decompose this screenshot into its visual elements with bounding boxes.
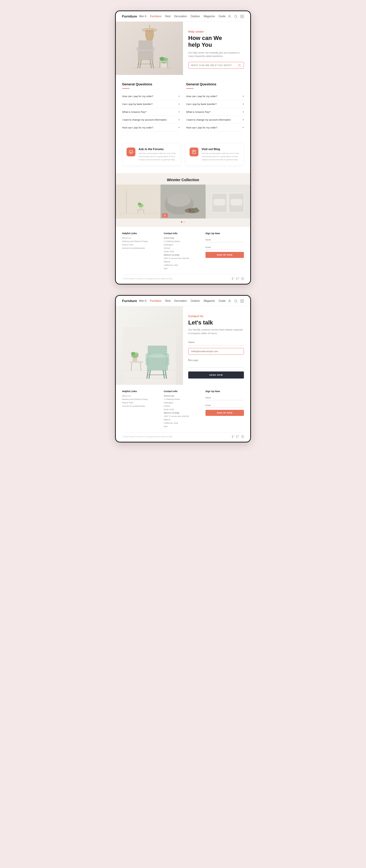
instagram-icon[interactable] [241,277,244,280]
svg-point-57 [234,300,236,302]
faq-left-item-1[interactable]: How can I pay for my order? + [122,92,180,100]
nav-p2-outdoor[interactable]: Outdoor [191,300,200,302]
faq-right-expand-icon-2[interactable]: + [242,103,244,105]
footer-p2-name-input[interactable] [205,396,244,400]
cart-icon-p2[interactable] [240,299,244,303]
faq-expand-icon-2[interactable]: + [178,103,180,105]
hero-desc: Our help center can instantly give you a… [188,51,244,58]
contact-email-input[interactable] [188,348,244,355]
nav-item-guide[interactable]: Guide [219,15,226,18]
footer-link-faq[interactable]: Help & FAQ [122,244,161,246]
card-forums[interactable]: Ask in the Forums Join the conversation … [122,143,181,166]
facebook-icon-p2[interactable] [231,435,234,438]
contact-name-input[interactable] [188,339,244,345]
carousel-dot-2[interactable] [184,221,185,223]
footer-p2-signup: Sign Up Now SIGN UP NOW [205,390,244,429]
faq-left-title: General Questions [122,82,180,86]
footer-p2-walnut-city: Walnut [164,418,202,421]
faq-left-item-4[interactable]: I want to change my account information … [122,116,180,124]
faq-left-item-3[interactable]: What is Amazon Pay? + [122,108,180,116]
card-forums-desc: Join the conversation with the rest of t… [139,152,176,161]
footer-contact-title: Contact Info [164,232,202,235]
footer-link-service[interactable]: Service for professionals [122,247,161,249]
faq-expand-icon-5[interactable]: + [178,126,180,129]
faq-right-item-4[interactable]: I want to change my account information … [186,116,244,124]
footer-link-about[interactable]: About Us [122,237,161,239]
footer-p2-link-about[interactable]: About Us [122,395,161,397]
carousel-dot-1[interactable] [181,221,182,223]
footer-name-input[interactable] [205,238,244,242]
search-icon[interactable] [234,14,237,18]
facebook-icon[interactable] [231,277,234,280]
contact-send-button[interactable]: SEND NOW [188,371,244,378]
contact-form: SEND NOW [188,339,244,378]
faq-right-item-5[interactable]: How can I pay for my order? + [186,124,244,131]
faq-right-item-2[interactable]: Can I pay by bank transfer? + [186,100,244,108]
footer-email-input[interactable] [205,245,244,250]
nav-p2-decoration[interactable]: Decoration [174,300,187,302]
faq-right-item-1[interactable]: How can I pay for my order? + [186,92,244,100]
faq-right-expand-icon-5[interactable]: + [242,126,244,129]
footer-p2-email-input[interactable] [205,403,244,408]
footer-p2-columns: Helpful Links About Us Delivery and Retu… [122,390,244,429]
svg-text:①: ① [164,214,166,217]
page2-device: Furniture Men It Furniture Rest Decorati… [115,295,251,442]
nav-item-magazine[interactable]: Magazine [204,15,215,18]
search-box[interactable] [188,62,244,69]
footer-p2-oxford-harlington: Harlington [164,402,202,404]
search-icon-p2[interactable] [234,299,237,303]
card-blog-title: Visit out Blog [202,148,240,151]
footer-p2-link-service[interactable]: Service for professionals [122,405,161,407]
nav-p2-menit[interactable]: Men It [139,300,146,302]
twitter-icon-p2[interactable] [236,435,239,438]
user-icon[interactable] [228,14,231,18]
faq-left-item-2[interactable]: Can I pay by bank transfer? + [122,100,180,108]
nav-p2-rest[interactable]: Rest [165,300,171,302]
nav-p2-guide[interactable]: Guide [219,300,226,302]
footer-p2-link-faq[interactable]: Help & FAQ [122,402,161,404]
footer-p2-link-delivery[interactable]: Delivery and Returns Policy [122,398,161,400]
svg-point-0 [229,15,230,17]
card-columns: Ask in the Forums Join the conversation … [122,143,244,166]
faq-expand-icon-1[interactable]: + [178,95,180,98]
faq-right-expand-icon-3[interactable]: + [242,111,244,113]
faq-right-expand-icon-1[interactable]: + [242,95,244,98]
footer-p2-signup-button[interactable]: SIGN UP NOW [205,410,244,416]
footer-oxford-city: Oxford [164,247,202,249]
faq-expand-icon-3[interactable]: + [178,111,180,113]
search-input[interactable] [191,64,238,67]
svg-rect-53 [241,278,244,280]
svg-point-38 [167,194,191,207]
svg-rect-79 [146,358,149,365]
twitter-icon[interactable] [236,277,239,280]
faq-left-item-5[interactable]: How can I pay for my order? + [122,124,180,131]
contact-label: Contact Us [188,315,244,318]
faq-right: General Questions How can I pay for my o… [186,82,244,132]
footer-signup-title: Sign Up Now [205,232,244,235]
faq-expand-icon-4[interactable]: + [178,119,180,121]
faq-right-expand-icon-4[interactable]: + [242,119,244,121]
svg-line-58 [236,302,237,302]
svg-point-1 [234,15,236,17]
faq-right-item-3[interactable]: What is Amazon Pay? + [186,108,244,116]
faq-columns: General Questions How can I pay for my o… [122,82,244,132]
nav-item-decoration[interactable]: Decoration [174,15,187,18]
cart-icon[interactable] [240,14,244,18]
footer-bottom: © 2024 Modern Furniture Inc. Designed by… [122,274,244,280]
instagram-icon-p2[interactable] [241,435,244,438]
card-blog[interactable]: Visit out Blog Join the conversation wit… [185,143,244,166]
user-icon-p2[interactable] [228,299,231,303]
nav-item-furniture[interactable]: Furniture [150,15,162,18]
contact-message-input[interactable] [188,358,244,368]
search-submit-icon[interactable] [238,64,241,67]
nav-p2-magazine[interactable]: Magazine [204,300,215,302]
footer-link-delivery[interactable]: Delivery and Returns Policy [122,240,161,243]
nav-item-rest[interactable]: Rest [165,15,171,18]
footer-signup-button[interactable]: SIGN UP NOW [205,252,244,258]
nav-item-menit[interactable]: Men It [139,15,146,18]
nav-item-outdoor[interactable]: Outdoor [191,15,200,18]
contact-form-section: Contact Us Let's talk Our friendly custo… [183,306,250,385]
contact-title: Let's talk [188,319,244,326]
card-forums-content: Ask in the Forums Join the conversation … [139,148,176,161]
nav-p2-furniture[interactable]: Furniture [150,300,162,302]
